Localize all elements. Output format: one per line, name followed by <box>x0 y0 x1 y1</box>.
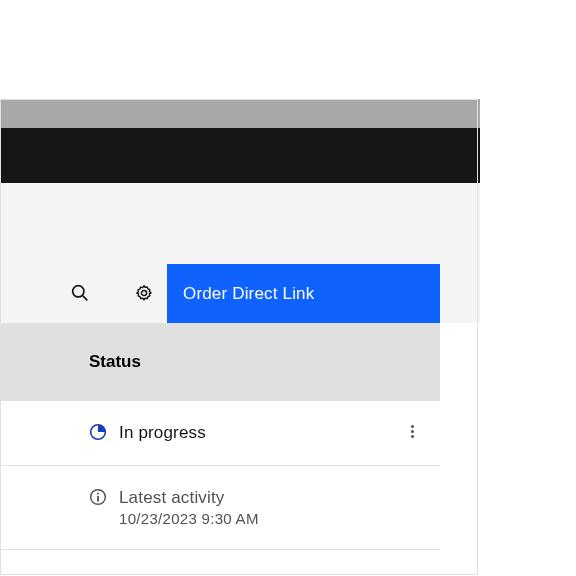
svg-point-0 <box>73 286 84 297</box>
table-row[interactable]: In progress <box>0 401 440 466</box>
column-header-label: Status <box>89 352 141 372</box>
table-row[interactable]: Latest activity 10/23/2023 9:30 AM <box>0 466 440 550</box>
svg-point-5 <box>97 492 99 494</box>
svg-line-1 <box>83 296 88 301</box>
activity-label: Latest activity <box>119 488 259 508</box>
svg-point-2 <box>141 290 146 295</box>
svg-rect-6 <box>97 496 99 502</box>
search-icon[interactable] <box>60 273 100 313</box>
order-button-label: Order Direct Link <box>183 284 314 304</box>
status-value: In progress <box>119 423 206 443</box>
app-header <box>0 128 480 183</box>
gear-icon[interactable] <box>124 273 164 313</box>
column-header-status[interactable]: Status <box>0 323 440 401</box>
info-icon <box>89 488 107 506</box>
window-chrome <box>0 99 480 128</box>
order-direct-link-button[interactable]: Order Direct Link <box>167 264 440 323</box>
in-progress-icon <box>89 423 107 441</box>
activity-timestamp: 10/23/2023 9:30 AM <box>119 510 259 527</box>
overflow-menu-icon[interactable] <box>404 423 420 439</box>
table-body: In progress Latest activity 10/23/2023 9… <box>0 401 440 550</box>
